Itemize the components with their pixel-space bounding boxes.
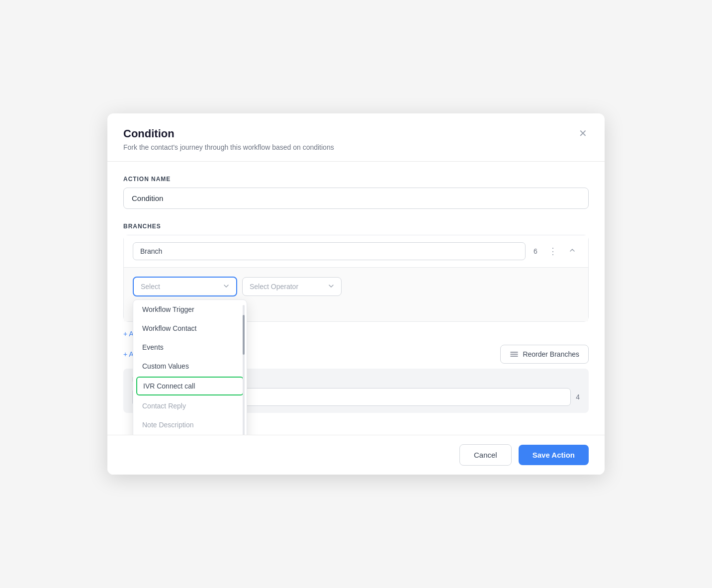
branches-label: BRANCHES <box>123 223 589 230</box>
branch-count: 6 <box>531 247 540 255</box>
dropdown-item-workflow-contact[interactable]: Workflow Contact <box>133 319 247 338</box>
modal-subtitle: Fork the contact's journey through this … <box>123 143 589 151</box>
dropdown-item-ivr-connect-call[interactable]: IVR Connect call <box>136 377 244 395</box>
reorder-label: Reorder Branches <box>523 350 579 358</box>
scrollbar-thumb <box>243 315 245 355</box>
branch-header: 6 ⋮ <box>124 235 588 268</box>
chevron-down-operator-icon <box>328 283 334 291</box>
chevron-down-icon <box>223 283 229 291</box>
scrollbar-track <box>243 305 245 435</box>
dropdown-item-custom-values[interactable]: Custom Values <box>133 357 247 376</box>
action-name-input[interactable] <box>123 188 589 209</box>
dropdown-item-note-description: Note Description <box>133 415 247 434</box>
branch-name-input[interactable] <box>133 242 526 260</box>
condition-modal: Condition Fork the contact's journey thr… <box>107 113 605 475</box>
cancel-button[interactable]: Cancel <box>459 444 512 466</box>
none-branch-count: 4 <box>576 393 580 401</box>
dropdown-item-events[interactable]: Events <box>133 338 247 357</box>
select-placeholder: Select <box>141 283 160 291</box>
operator-placeholder: Select Operator <box>250 283 298 291</box>
modal-header: Condition Fork the contact's journey thr… <box>107 113 605 162</box>
select-dropdown-menu: Workflow Trigger Workflow Contact Events… <box>133 299 247 435</box>
select-operator-dropdown[interactable]: Select Operator <box>242 277 342 296</box>
modal-footer: Cancel Save Action <box>107 435 605 475</box>
action-name-label: ACTION NAME <box>123 176 589 183</box>
dropdown-item-workflow-trigger[interactable]: Workflow Trigger <box>133 300 247 319</box>
reorder-icon <box>510 350 519 358</box>
save-action-button[interactable]: Save Action <box>519 445 589 465</box>
modal-body: ACTION NAME BRANCHES 6 ⋮ <box>107 162 605 435</box>
branch-menu-button[interactable]: ⋮ <box>545 244 560 259</box>
branch-card: 6 ⋮ Select <box>123 235 589 322</box>
select-dropdown[interactable]: Select <box>133 277 237 296</box>
condition-row: Select Workflow Trigger <box>133 277 579 296</box>
reorder-branches-button[interactable]: Reorder Branches <box>500 345 589 364</box>
branch-body: Select Workflow Trigger <box>124 268 588 321</box>
select-wrapper: Select Workflow Trigger <box>133 277 237 296</box>
branches-section: BRANCHES 6 ⋮ <box>123 223 589 413</box>
dropdown-item-ai-bot: AI Bot <box>133 434 247 435</box>
branch-collapse-button[interactable] <box>565 244 579 258</box>
close-button[interactable]: ✕ <box>575 125 591 141</box>
modal-title: Condition <box>123 127 589 140</box>
dropdown-item-contact-reply: Contact Reply <box>133 396 247 415</box>
